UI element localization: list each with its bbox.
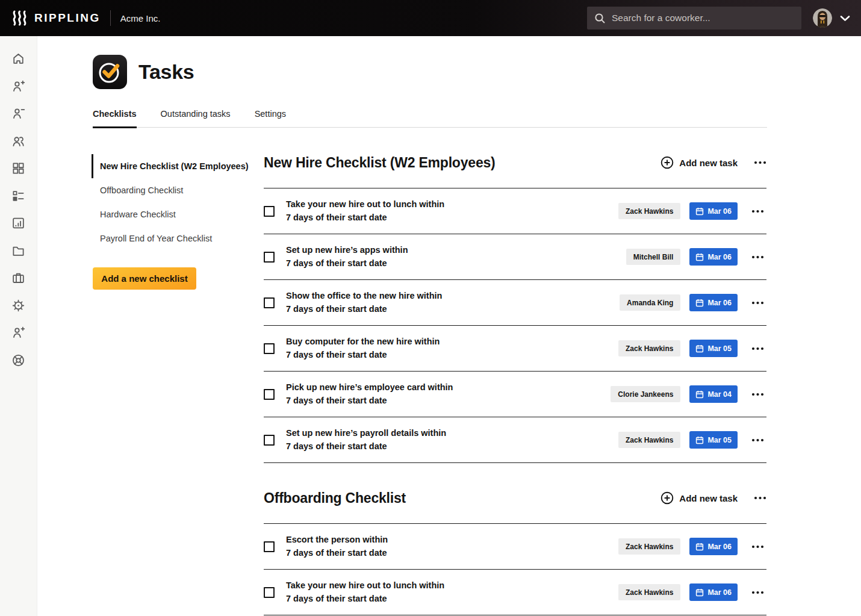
task-more-button[interactable] bbox=[751, 438, 764, 442]
apps-grid-icon bbox=[11, 161, 26, 176]
app-header: Tasks bbox=[93, 55, 861, 89]
add-task-label: Add new task bbox=[679, 493, 738, 503]
settings-gear-icon bbox=[11, 298, 26, 313]
task-row: Take your new hire out to lunch within 7… bbox=[264, 570, 766, 615]
task-line1: Escort the person within bbox=[286, 534, 618, 547]
rail-item-team[interactable] bbox=[0, 128, 37, 155]
due-date-button[interactable]: Mar 06 bbox=[689, 583, 738, 601]
task-line2: 7 days of their start date bbox=[286, 211, 618, 225]
ellipsis-icon bbox=[754, 161, 766, 164]
tab-bar: Checklists Outstanding tasks Settings bbox=[93, 105, 767, 128]
due-date-button[interactable]: Mar 06 bbox=[689, 248, 738, 266]
add-task-button[interactable]: Add new task bbox=[661, 491, 738, 505]
task-checkbox[interactable] bbox=[264, 297, 275, 308]
main-content: Tasks Checklists Outstanding tasks Setti… bbox=[37, 36, 861, 616]
search-input[interactable] bbox=[612, 13, 794, 23]
checklist-nav-item[interactable]: Hardware Checklist bbox=[92, 202, 264, 226]
add-checklist-button[interactable]: Add a new checklist bbox=[93, 267, 196, 290]
task-row: Take your new hire out to lunch within 7… bbox=[264, 188, 766, 234]
task-line1: Set up new hire’s apps within bbox=[286, 244, 626, 257]
task-row: Set up new hire’s apps within 7 days of … bbox=[264, 234, 766, 280]
topbar-divider bbox=[110, 10, 111, 26]
due-date-label: Mar 05 bbox=[707, 344, 732, 353]
team-icon bbox=[11, 134, 26, 149]
task-line1: Set up new hire’s payroll details within bbox=[286, 427, 618, 440]
page-title: Tasks bbox=[138, 60, 194, 84]
tab-checklists[interactable]: Checklists bbox=[93, 105, 137, 128]
task-checkbox[interactable] bbox=[264, 206, 275, 217]
task-checkbox[interactable] bbox=[264, 389, 275, 400]
rail-item-settings-gear[interactable] bbox=[0, 292, 37, 320]
rail-item-documents-folder[interactable] bbox=[0, 237, 37, 265]
rail-item-briefcase[interactable] bbox=[0, 264, 37, 292]
brand-name: RIPPLING bbox=[34, 11, 101, 25]
assignee-badge[interactable]: Zack Hawkins bbox=[618, 203, 680, 219]
user-menu[interactable] bbox=[813, 8, 850, 28]
rail-item-checklist[interactable] bbox=[0, 182, 37, 210]
rail-item-home[interactable] bbox=[0, 45, 37, 73]
task-text: Escort the person within 7 days of their… bbox=[286, 534, 618, 559]
task-more-button[interactable] bbox=[751, 591, 764, 594]
task-row: Show the office to the new hire within 7… bbox=[264, 280, 766, 326]
due-date-label: Mar 06 bbox=[707, 253, 732, 261]
ellipsis-icon bbox=[751, 591, 764, 594]
task-row: Set up new hire’s payroll details within… bbox=[264, 417, 766, 463]
task-more-button[interactable] bbox=[751, 255, 764, 259]
checklist-sections: New Hire Checklist (W2 Employees) Add ne… bbox=[264, 128, 766, 615]
task-checkbox[interactable] bbox=[264, 252, 275, 263]
assignee-badge[interactable]: Zack Hawkins bbox=[618, 538, 680, 555]
due-date-button[interactable]: Mar 05 bbox=[689, 431, 738, 449]
section-title: New Hire Checklist (W2 Employees) bbox=[264, 155, 661, 171]
tab-outstanding-tasks[interactable]: Outstanding tasks bbox=[161, 105, 231, 128]
search-icon bbox=[594, 13, 606, 24]
due-date-button[interactable]: Mar 06 bbox=[689, 202, 738, 220]
calendar-icon bbox=[695, 207, 704, 216]
plus-circle-icon bbox=[661, 491, 674, 505]
assignee-badge[interactable]: Amanda King bbox=[620, 294, 680, 311]
task-more-button[interactable] bbox=[751, 545, 764, 549]
coworker-search[interactable] bbox=[587, 7, 801, 30]
assignee-badge[interactable]: Zack Hawkins bbox=[618, 340, 680, 356]
remove-person-icon bbox=[11, 106, 26, 121]
section-more-button[interactable] bbox=[754, 496, 766, 500]
checklist-nav-item[interactable]: New Hire Checklist (W2 Employees) bbox=[92, 154, 264, 178]
task-line1: Take your new hire out to lunch within bbox=[286, 579, 618, 593]
ellipsis-icon bbox=[751, 210, 764, 213]
assignee-badge[interactable]: Mitchell Bill bbox=[626, 249, 681, 265]
due-date-button[interactable]: Mar 04 bbox=[689, 385, 738, 403]
task-more-button[interactable] bbox=[751, 393, 764, 396]
task-checkbox[interactable] bbox=[264, 343, 275, 354]
due-date-button[interactable]: Mar 06 bbox=[689, 538, 738, 555]
task-more-button[interactable] bbox=[751, 210, 764, 213]
task-checkbox[interactable] bbox=[264, 587, 275, 598]
add-task-button[interactable]: Add new task bbox=[661, 156, 738, 169]
task-text: Set up new hire’s payroll details within… bbox=[286, 427, 618, 453]
checklist-nav-item[interactable]: Offboarding Checklist bbox=[92, 178, 264, 202]
rail-item-remove-person[interactable] bbox=[0, 100, 37, 128]
due-date-button[interactable]: Mar 05 bbox=[689, 340, 738, 357]
rail-item-apps-grid[interactable] bbox=[0, 155, 37, 182]
assignee-badge[interactable]: Zack Hawkins bbox=[618, 584, 680, 600]
section-more-button[interactable] bbox=[754, 161, 766, 164]
ellipsis-icon bbox=[751, 347, 764, 350]
checklist-nav-item[interactable]: Payroll End of Year Checklist bbox=[92, 226, 264, 250]
task-checkbox[interactable] bbox=[264, 541, 275, 552]
task-line1: Pick up new hire’s employee card within bbox=[286, 381, 611, 394]
home-icon bbox=[11, 51, 26, 66]
tab-settings[interactable]: Settings bbox=[255, 105, 286, 128]
task-more-button[interactable] bbox=[751, 347, 764, 350]
rail-item-help-wheel[interactable] bbox=[0, 347, 37, 375]
task-more-button[interactable] bbox=[751, 301, 764, 305]
assignee-badge[interactable]: Clorie Jankeens bbox=[611, 386, 680, 402]
due-date-button[interactable]: Mar 06 bbox=[689, 294, 738, 311]
calendar-icon bbox=[695, 436, 704, 444]
rail-item-invite-person[interactable] bbox=[0, 319, 37, 347]
task-row: Buy computer for the new hire within 7 d… bbox=[264, 326, 766, 372]
user-avatar bbox=[813, 8, 832, 28]
documents-folder-icon bbox=[11, 243, 26, 258]
assignee-badge[interactable]: Zack Hawkins bbox=[618, 432, 680, 448]
task-checkbox[interactable] bbox=[264, 435, 275, 446]
rail-item-add-person[interactable] bbox=[0, 73, 37, 101]
due-date-label: Mar 05 bbox=[707, 436, 732, 444]
rail-item-reports[interactable] bbox=[0, 210, 37, 237]
